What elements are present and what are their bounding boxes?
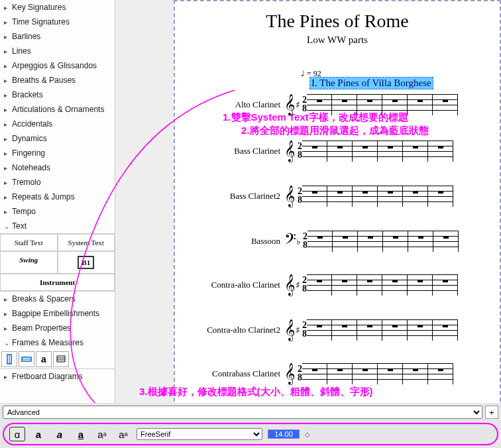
key-signature: ♯ [296,99,300,110]
font-size-input[interactable] [268,429,300,439]
system-text-button[interactable]: System Text [58,234,115,251]
measures [302,140,453,162]
time-signature: 28 [302,276,307,293]
advanced-select[interactable]: Advanced [3,406,482,419]
palette-beam[interactable]: ▸Beam Properties [0,321,115,335]
chevron-right-icon: ▸ [4,373,12,380]
frame-text-icon[interactable]: a [36,351,52,367]
section-title-editing[interactable]: I. The Pines of Villa Borghese [309,77,433,89]
chevron-right-icon: ▸ [4,48,12,55]
palette-sidebar: ▸Key Signatures ▸Time Signatures ▸Barlin… [0,0,115,448]
key-signature: ♭ [296,236,301,247]
palette-bagpipe[interactable]: ▸Bagpipe Embellishments [0,306,115,321]
palette-accidentals[interactable]: ▸Accidentals [0,117,115,131]
staff[interactable]: 𝄢♭28 [284,231,459,252]
chevron-right-icon: ▸ [4,106,12,113]
staff-row[interactable]: Contra-alto Clarinet𝄞♯28 [175,274,458,296]
score-area: The Pines of Rome Low WW parts ♩ = 92 I.… [115,0,501,448]
palette-breaks[interactable]: ▸Breaks & Spacers [0,292,115,306]
instrument-name: Alto Clarinet [175,99,284,110]
measures [302,363,453,384]
key-signature: ♯ [296,280,300,290]
staff[interactable]: 𝄞♯28 [284,94,458,115]
frame-horizontal-icon[interactable] [19,351,34,367]
annotation-3: 3.根據喜好，修改標題格式(大小、粗體、斜體、字形) [139,386,373,398]
clef-icon: 𝄞 [284,187,296,205]
palette-arpeggios[interactable]: ▸Arpeggios & Glissandos [0,58,115,73]
palette-time-signatures[interactable]: ▸Time Signatures [0,15,115,29]
staff-row[interactable]: Bassoon𝄢♭28 [175,231,459,252]
add-palette-button[interactable]: + [485,406,498,419]
clef-icon: 𝄞 [284,142,296,160]
b1-button[interactable]: B1 [58,251,115,274]
score-page[interactable]: The Pines of Rome Low WW parts ♩ = 92 I.… [174,0,501,408]
frame-measure-icon[interactable] [53,351,69,367]
instrument-name: Contra-alto Clarinet [175,280,284,290]
time-signature: 28 [298,142,302,159]
instrument-name: Contra-alto Clarinet2 [175,325,284,335]
measures [307,319,458,341]
swing-button[interactable]: Swing [0,251,58,274]
chevron-right-icon: ▸ [4,91,12,99]
special-char-button[interactable]: α [9,427,25,441]
font-family-select[interactable]: FreeSerif [137,428,262,440]
staff-row[interactable]: Bass Clarinet2𝄞28 [175,186,453,207]
annotation-2: 2.將全部的標題用滑鼠選起，成為藍底狀態 [241,125,429,137]
chevron-right-icon: ▸ [4,4,12,11]
bold-button[interactable]: a [30,427,46,441]
measures [307,274,458,296]
palette-fingering[interactable]: ▸Fingering [0,146,115,160]
staff[interactable]: 𝄞28 [284,186,453,207]
italic-button[interactable]: a [52,427,68,441]
chevron-right-icon: ▸ [4,194,12,201]
palette-breaths[interactable]: ▸Breaths & Pauses [0,73,115,87]
palette-text[interactable]: ⌄Text [0,219,115,233]
score-title[interactable]: The Pines of Rome [175,11,500,32]
size-stepper-icon[interactable]: ◇ [305,431,310,438]
chevron-right-icon: ▸ [4,208,12,215]
palette-fretboard[interactable]: ▸Fretboard Diagrams [0,369,115,384]
staff[interactable]: 𝄞♯28 [284,274,458,296]
palette-brackets[interactable]: ▸Brackets [0,87,115,102]
chevron-right-icon: ▸ [4,310,12,317]
superscript-button[interactable]: aa [115,427,131,441]
staff[interactable]: 𝄞28 [284,363,453,384]
score-subtitle[interactable]: Low WW parts [175,34,500,46]
staff[interactable]: 𝄞♯28 [284,319,458,341]
palette-tremolo[interactable]: ▸Tremolo [0,175,115,190]
staff-text-button[interactable]: Staff Text [0,234,58,251]
palette-repeats[interactable]: ▸Repeats & Jumps [0,190,115,204]
underline-button[interactable]: a [73,427,89,441]
palette-frames[interactable]: ⌄Frames & Measures [0,335,115,350]
bottom-bar: Advanced + α a a a aa aa FreeSerif ◇ [0,403,501,448]
instrument-name: Bassoon [175,236,284,247]
measures [307,231,459,252]
chevron-right-icon: ▸ [4,19,12,26]
palette-lines[interactable]: ▸Lines [0,44,115,58]
staff-row[interactable]: Contra-alto Clarinet2𝄞♯28 [175,319,458,341]
chevron-right-icon: ▸ [4,62,12,70]
time-signature: 28 [298,365,302,382]
chevron-right-icon: ▸ [4,296,12,303]
measures [302,186,453,207]
staff-row[interactable]: Contrabass Clarinet𝄞28 [175,363,453,384]
palette-key-signatures[interactable]: ▸Key Signatures [0,0,115,15]
palette-dynamics[interactable]: ▸Dynamics [0,131,115,146]
palette-articulations[interactable]: ▸Articulations & Ornaments [0,102,115,117]
clef-icon: 𝄞 [284,321,296,339]
instrument-name: Bass Clarinet2 [175,191,284,201]
clef-icon: 𝄞 [284,364,296,383]
staff[interactable]: 𝄞28 [284,140,453,162]
staff-row[interactable]: Alto Clarinet𝄞♯28 [175,94,458,115]
subscript-button[interactable]: aa [94,427,110,441]
clef-icon: 𝄞 [284,95,296,114]
measures [307,94,458,115]
palette-tempo[interactable]: ▸Tempo [0,204,115,219]
frame-vertical-icon[interactable] [1,351,17,367]
palette-noteheads[interactable]: ▸Noteheads [0,160,115,175]
instrument-button[interactable]: Instrument [0,274,115,291]
chevron-right-icon: ▸ [4,164,12,172]
palette-barlines[interactable]: ▸Barlines [0,29,115,44]
staff-row[interactable]: Bass Clarinet𝄞28 [175,140,453,162]
chevron-down-icon: ⌄ [4,339,12,347]
